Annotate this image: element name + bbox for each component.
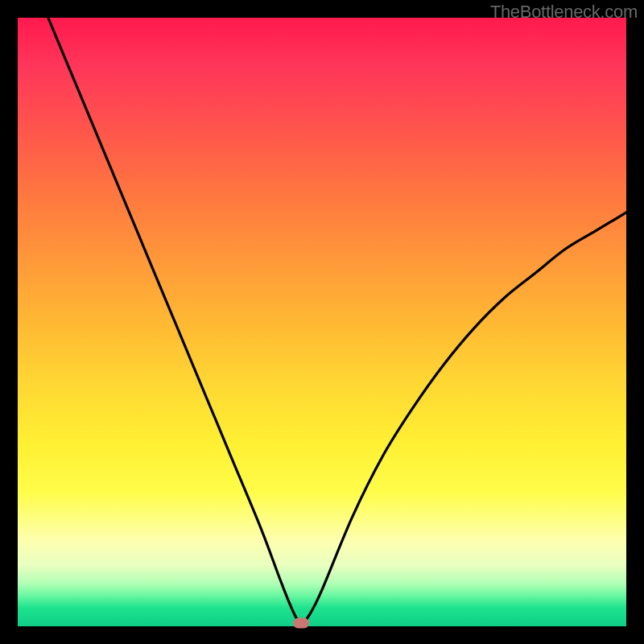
optimal-point-marker (293, 618, 309, 629)
watermark-text: TheBottleneck.com (490, 2, 638, 23)
gradient-plot-area (18, 18, 626, 626)
